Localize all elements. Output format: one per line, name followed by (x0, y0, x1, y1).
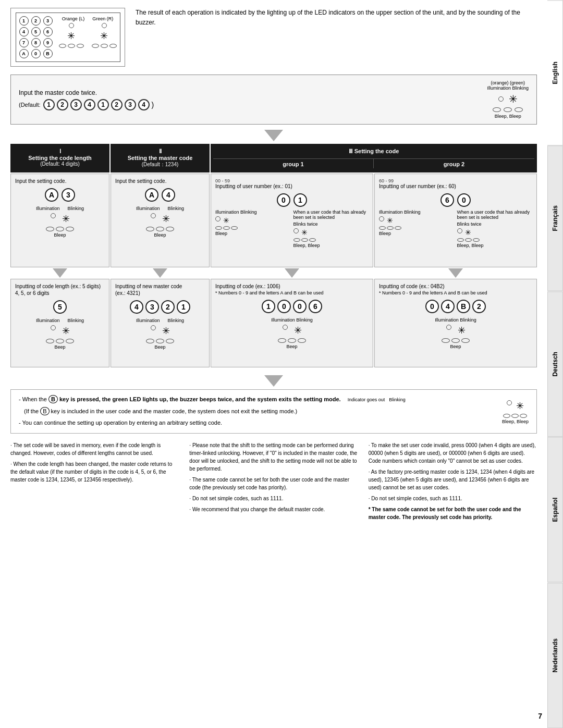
main-arrow-down (264, 130, 283, 141)
key-B-c4: B (457, 300, 470, 313)
key-5-r2: 5 (53, 300, 67, 314)
master-code-led: (orange) (green) Illumination Blinking ✳… (487, 80, 529, 119)
flow-instruction-1-2: Input the setting code. (115, 178, 205, 184)
key-1-r2: 1 (177, 300, 190, 314)
key-0-g1: 0 (277, 193, 290, 207)
tab-nederlands[interactable]: Nederlands (547, 583, 563, 728)
indicator-label: Indicator goes out (348, 397, 385, 402)
bottom-note-line2b: key is included in the user code and the… (51, 408, 298, 414)
key-B: B (43, 49, 53, 58)
mc-digit-5: 1 (97, 99, 109, 110)
flow-box-2-4: Inputting of code (ex.: 04B2) * Numbers … (374, 279, 537, 367)
key-A-display: A (45, 188, 58, 202)
arrow-4 (448, 268, 463, 278)
tab-francais[interactable]: Français (547, 145, 563, 291)
arrow-2 (153, 268, 167, 278)
orange-led (69, 23, 74, 28)
master-code-title: Input the master code twice. (19, 89, 154, 96)
key-1-c3: 1 (262, 300, 275, 313)
arrow-3 (285, 268, 299, 278)
key-0-c4: 0 (425, 300, 439, 313)
key-0b-c3: 0 (293, 300, 307, 313)
master-code-section: Input the master code twice. (Default: 1… (10, 75, 537, 125)
key-0-c3: 0 (277, 300, 291, 313)
mc-digit-2: 2 (57, 99, 68, 110)
bottom-note-box: - When the B key is pressed, the green L… (10, 389, 537, 434)
keypad-diagram: 1 2 3 4 5 6 7 8 9 A 0 B (10, 8, 125, 67)
key-4: 4 (19, 27, 29, 36)
bottom-note-line1: - When the (19, 396, 47, 402)
flow-box-2-3: Inputting of code (ex.: 1006) * Numbers … (211, 279, 373, 367)
mc-digit-4: 4 (84, 99, 95, 110)
key-1-g1: 1 (293, 193, 307, 207)
b-key-icon-2: B (40, 407, 49, 415)
flow-box-1-2: Input the setting code. A 4 Illumination… (111, 174, 210, 267)
key-A-2: A (145, 188, 158, 202)
mc-digit-8: 4 (138, 99, 150, 110)
language-tabs: English Français Deutsch Español Nederla… (547, 0, 563, 728)
flow-box-2-2: Inputting of new master code (ex.: 4321)… (111, 279, 210, 367)
key-3-r2: 3 (145, 300, 159, 314)
bottom-note-bold: key is pressed, the green LED lights up,… (59, 396, 341, 402)
key-2: 2 (31, 16, 41, 26)
key-4-c4: 4 (441, 300, 455, 313)
tab-english[interactable]: English (547, 0, 563, 145)
green-led-label: Green (R) (92, 16, 113, 21)
section-headers: Ⅰ Setting the code length (Default: 4 di… (10, 144, 537, 172)
b-key-icon: B (48, 395, 58, 403)
flow-box-2-1: Inputting of code length (ex.: 5 digits)… (10, 279, 109, 367)
mc-digit-7: 3 (125, 99, 136, 110)
page-number: 7 (538, 712, 542, 720)
flow-row-1: Input the setting code. A 3 Illumination… (10, 174, 537, 267)
key-0-g2: 0 (457, 193, 471, 207)
footnote-col-3: · To make the set user code invalid, pre… (369, 441, 537, 521)
key-3: 3 (43, 16, 53, 26)
key-6-c3: 6 (309, 300, 322, 313)
key-4-r2: 4 (130, 300, 143, 314)
key-3-display: 3 (62, 188, 75, 202)
section-2-header: Ⅱ Setting the master code (Default：1234) (111, 144, 210, 172)
key-7: 7 (19, 38, 29, 47)
mc-digit-1: 1 (43, 99, 55, 110)
blinking-label: Blinking (389, 397, 406, 402)
bottom-note-line3: - You can continue the setting up operat… (19, 419, 222, 426)
flow-box-1-3: 00 - 59 Inputting of user number (ex.: 0… (211, 174, 373, 267)
flow-instruction-1-1: Input the setting code. (15, 178, 105, 184)
green-led (102, 23, 107, 28)
key-5: 5 (31, 27, 41, 36)
flow-box-1-4: 60 - 99 Inputting of user number (ex.: 6… (374, 174, 537, 267)
final-notes: · The set code will be saved in memory, … (10, 441, 537, 521)
footnote-col-2: · Please note that the shift to the sett… (189, 441, 358, 521)
section-1-header: Ⅰ Setting the code length (Default: 4 di… (10, 144, 109, 172)
key-6: 6 (43, 27, 53, 36)
mc-digit-3: 3 (70, 99, 82, 110)
section-3-header: Ⅲ Setting the code group 1 group 2 (211, 144, 537, 172)
bottom-note-line2a: (If the (24, 408, 39, 414)
footnote-col-1: · The set code will be saved in memory, … (10, 441, 179, 521)
key-1: 1 (19, 16, 29, 26)
key-A: A (19, 49, 29, 58)
mc-digit-6: 2 (111, 99, 123, 110)
top-description: The result of each operation is indicate… (136, 8, 537, 28)
key-9: 9 (43, 38, 53, 47)
flow-box-1-1: Input the setting code. A 3 Illumination… (10, 174, 109, 267)
tab-deutsch[interactable]: Deutsch (547, 291, 563, 437)
default-label: (Default: (19, 102, 41, 108)
key-6-g2: 6 (440, 193, 454, 207)
tab-espanol[interactable]: Español (547, 437, 563, 582)
key-8: 8 (31, 38, 41, 47)
arrow-1 (53, 268, 67, 278)
key-2-c4: 2 (472, 300, 486, 313)
key-0: 0 (31, 49, 41, 58)
orange-led-label: Orange (L) (62, 16, 85, 21)
key-2-r2: 2 (161, 300, 175, 314)
flow-row-2: Inputting of code length (ex.: 5 digits)… (10, 279, 537, 367)
key-4-2: 4 (162, 188, 175, 202)
bottom-arrow (264, 375, 283, 387)
